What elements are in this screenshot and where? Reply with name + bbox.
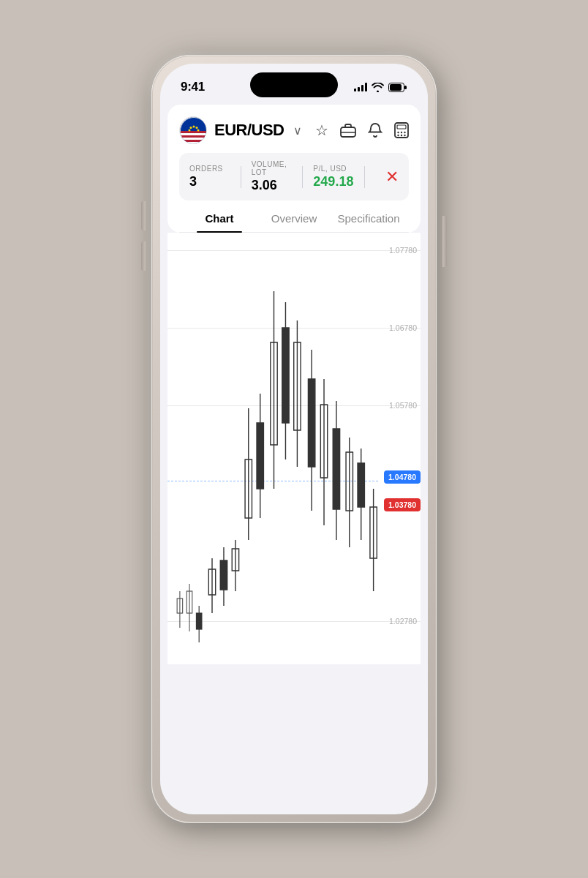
briefcase-icon[interactable] — [340, 123, 356, 138]
stat-divider-2 — [302, 166, 303, 188]
signal-bar-2 — [358, 87, 360, 91]
power-button[interactable] — [442, 216, 447, 267]
price-label-107780: 1.07780 — [389, 246, 417, 255]
pl-value: 249.18 — [313, 174, 354, 190]
status-time: 9:41 — [181, 80, 205, 94]
stat-divider-1 — [241, 166, 241, 188]
phone-screen: 9:41 — [160, 64, 428, 814]
svg-point-11 — [193, 126, 195, 128]
dropdown-arrow-icon[interactable]: ∨ — [293, 124, 302, 138]
star-icon[interactable]: ☆ — [315, 121, 328, 139]
svg-rect-10 — [180, 142, 207, 144]
svg-rect-47 — [282, 328, 289, 423]
svg-rect-2 — [390, 84, 402, 91]
svg-point-12 — [196, 127, 198, 129]
stats-bar: ORDERS 3 VOLUME, LOT 3.06 P/L, USD 249.1… — [179, 153, 409, 200]
svg-rect-51 — [308, 379, 314, 467]
svg-point-16 — [189, 130, 191, 132]
header-actions: ☆ — [315, 121, 409, 139]
close-icon: ✕ — [385, 168, 399, 186]
svg-point-24 — [404, 132, 405, 133]
volume-up-button[interactable] — [141, 201, 146, 230]
close-positions-button[interactable]: ✕ — [375, 168, 399, 187]
svg-point-13 — [197, 130, 200, 132]
buy-level-label: 1.04780 — [384, 470, 421, 484]
price-label-106780: 1.06780 — [389, 323, 417, 332]
tab-chart[interactable]: Chart — [182, 203, 257, 232]
status-icons — [354, 83, 407, 92]
signal-bar-4 — [365, 83, 367, 91]
orders-stat: ORDERS 3 — [189, 165, 230, 190]
chart-area[interactable]: 1.07780 1.06780 1.05780 1.04780 1.03780 — [167, 233, 421, 664]
sell-level-label: 1.03780 — [384, 498, 421, 511]
pl-label: P/L, USD — [313, 165, 354, 173]
volume-stat: VOLUME, LOT 3.06 — [252, 160, 293, 193]
tab-overview[interactable]: Overview — [257, 203, 331, 232]
currency-pair-label: EUR/USD — [214, 121, 284, 140]
svg-point-27 — [404, 135, 405, 136]
svg-rect-59 — [358, 463, 364, 507]
svg-rect-55 — [333, 429, 339, 509]
signal-bar-3 — [361, 85, 363, 91]
price-label-105780: 1.05780 — [389, 401, 417, 410]
calculator-icon[interactable] — [394, 122, 409, 138]
svg-rect-8 — [180, 138, 207, 140]
svg-rect-1 — [404, 86, 407, 89]
candlestick-chart — [167, 233, 380, 664]
currency-header: EUR/USD ∨ ☆ — [179, 105, 409, 153]
bell-icon[interactable] — [368, 122, 382, 138]
volume-down-button[interactable] — [141, 241, 146, 271]
signal-bar-1 — [354, 89, 356, 91]
svg-rect-33 — [196, 613, 202, 629]
svg-point-26 — [401, 135, 402, 136]
orders-label: ORDERS — [189, 165, 230, 173]
svg-point-23 — [401, 132, 402, 133]
currency-flag — [179, 116, 207, 144]
svg-rect-21 — [397, 125, 406, 129]
svg-rect-7 — [180, 135, 207, 138]
currency-info[interactable]: EUR/USD ∨ — [179, 116, 302, 144]
signal-bars-icon — [354, 83, 367, 91]
dynamic-island — [250, 72, 338, 97]
stat-divider-3 — [364, 166, 365, 188]
pl-stat: P/L, USD 249.18 — [313, 165, 354, 190]
battery-icon — [388, 83, 407, 92]
phone-device: 9:41 — [151, 55, 437, 823]
svg-rect-37 — [220, 560, 227, 590]
volume-value: 3.06 — [252, 178, 293, 193]
svg-point-15 — [190, 127, 192, 129]
svg-point-22 — [397, 132, 399, 133]
svg-rect-6 — [180, 133, 207, 135]
tabs-bar: Chart Overview Specification — [179, 203, 409, 233]
volume-label: VOLUME, LOT — [252, 160, 293, 176]
price-label-102780: 1.02780 — [389, 617, 417, 626]
svg-point-25 — [397, 135, 399, 136]
svg-rect-5 — [180, 131, 207, 133]
tab-specification[interactable]: Specification — [331, 203, 406, 232]
phone-frame: 9:41 — [151, 55, 437, 823]
orders-value: 3 — [189, 174, 230, 190]
wifi-icon — [372, 83, 384, 92]
svg-rect-43 — [257, 423, 263, 489]
